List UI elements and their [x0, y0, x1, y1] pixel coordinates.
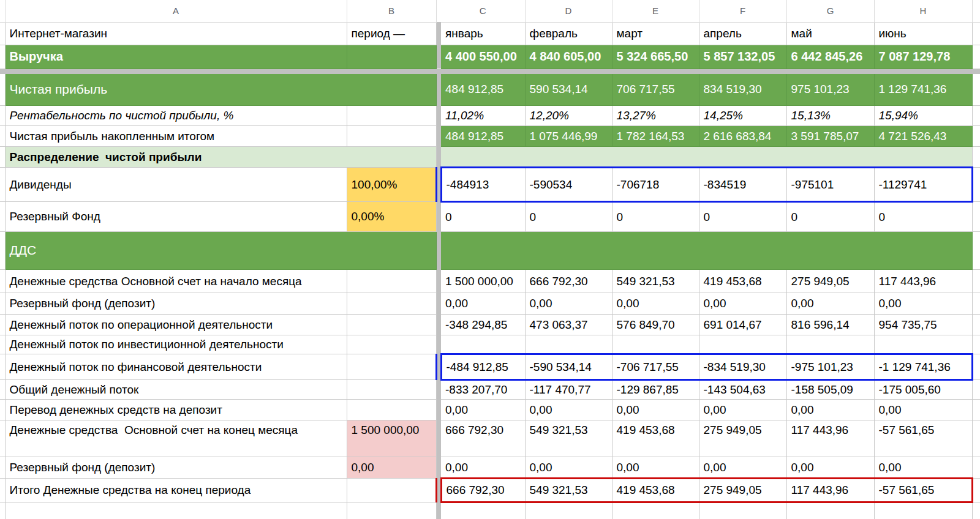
value-cell[interactable]: -1129741 [874, 168, 972, 202]
label-cell[interactable]: Денежные средства Основной счет на начал… [5, 270, 347, 293]
value-cell[interactable]: 419 453,68 [612, 479, 699, 502]
partial-cell[interactable] [972, 420, 980, 457]
value-cell[interactable]: 0,00 [786, 293, 874, 315]
value-cell[interactable]: 549 321,53 [612, 270, 699, 293]
empty-cell[interactable] [786, 502, 874, 519]
reserve-deposit-input-cell[interactable]: 0,00 [347, 457, 436, 479]
label-cell[interactable]: Денежный поток по инвестиционной деятель… [5, 335, 347, 354]
row-header-stub[interactable] [0, 293, 5, 315]
freeze-pane-vertical-divider[interactable] [436, 0, 441, 22]
value-cell[interactable]: 666 792,30 [525, 270, 612, 293]
value-cell[interactable]: 975 101,23 [786, 74, 874, 106]
value-cell[interactable]: -484 912,85 [441, 354, 525, 380]
value-cell[interactable]: -348 294,85 [441, 315, 525, 335]
label-cell[interactable]: Резервный фонд (депозит) [5, 293, 347, 315]
value-cell[interactable]: 549 321,53 [525, 420, 612, 457]
freeze-pane-vertical-divider[interactable] [436, 74, 441, 106]
b-cell[interactable] [347, 380, 436, 400]
reserve-share-input-cell[interactable]: 0,00% [347, 202, 436, 232]
label-cell[interactable]: Резервный Фонд [5, 202, 347, 232]
value-cell[interactable]: -834519 [699, 168, 786, 202]
value-cell[interactable]: 4 721 526,43 [874, 126, 972, 147]
value-cell[interactable]: 0,00 [525, 457, 612, 479]
partial-cell[interactable] [972, 74, 980, 106]
value-cell[interactable]: 0,00 [441, 293, 525, 315]
label-cell[interactable]: Чистая прибыль накопленным итогом [5, 126, 347, 147]
value-cell[interactable]: 13,27% [612, 106, 699, 126]
empty-cell[interactable] [5, 502, 347, 519]
value-cell[interactable]: 4 400 550,00 [441, 45, 525, 69]
value-cell[interactable]: 816 596,14 [786, 315, 874, 335]
value-cell[interactable]: 484 912,85 [441, 126, 525, 147]
column-header-partial[interactable] [972, 0, 980, 22]
value-cell[interactable]: 0,00 [441, 400, 525, 420]
value-cell[interactable]: 834 519,30 [699, 74, 786, 106]
value-cell[interactable]: -706718 [612, 168, 699, 202]
empty-cell[interactable] [699, 502, 786, 519]
month-cell[interactable]: февраль [525, 22, 612, 45]
row-header-stub[interactable] [0, 126, 5, 147]
b-cell[interactable] [347, 315, 436, 335]
value-cell[interactable]: 4 840 605,00 [525, 45, 612, 69]
value-cell[interactable]: 954 735,75 [874, 315, 972, 335]
value-cell[interactable]: 0,00 [699, 457, 786, 479]
label-cell[interactable]: Денежные средства Основной счет на конец… [5, 420, 347, 457]
partial-cell[interactable] [972, 168, 980, 202]
row-header-stub[interactable] [0, 74, 5, 106]
value-cell[interactable]: -833 207,70 [441, 380, 525, 400]
b-cell[interactable] [347, 270, 436, 293]
month-cell[interactable]: апрель [699, 22, 786, 45]
freeze-pane-horizontal-divider-bar[interactable] [0, 69, 980, 74]
value-cell[interactable]: 0 [874, 202, 972, 232]
empty-cell[interactable] [525, 502, 612, 519]
value-cell[interactable]: 7 087 129,78 [874, 45, 972, 69]
value-cell[interactable]: -975 101,23 [786, 354, 874, 380]
value-cell[interactable]: 15,13% [786, 106, 874, 126]
empty-cell[interactable] [612, 502, 699, 519]
value-cell[interactable]: 1 129 741,36 [874, 74, 972, 106]
value-cell[interactable]: 1 782 164,53 [612, 126, 699, 147]
value-cell[interactable]: 706 717,55 [612, 74, 699, 106]
value-cell[interactable]: -57 561,65 [874, 420, 972, 457]
value-cell[interactable]: -158 505,09 [786, 380, 874, 400]
partial-cell[interactable] [972, 202, 980, 232]
row-header-stub[interactable] [0, 168, 5, 202]
label-cell[interactable]: Интернет-магазин [5, 22, 347, 45]
label-cell[interactable]: Перевод денежных средств на депозит [5, 400, 347, 420]
value-cell[interactable]: 5 857 132,05 [699, 45, 786, 69]
b-cell[interactable] [347, 479, 436, 502]
value-cell[interactable]: 0,00 [525, 400, 612, 420]
freeze-pane-vertical-divider[interactable] [436, 147, 441, 168]
partial-cell[interactable] [972, 232, 980, 270]
row-header-stub[interactable] [0, 315, 5, 335]
value-cell[interactable]: 484 912,85 [441, 74, 525, 106]
row-header-stub[interactable] [0, 22, 5, 45]
freeze-pane-vertical-divider[interactable] [436, 45, 441, 69]
value-cell[interactable]: 0,00 [874, 293, 972, 315]
label-cell[interactable]: Выручка [5, 45, 347, 69]
freeze-pane-vertical-divider[interactable] [436, 168, 441, 202]
column-header-f[interactable]: F [699, 0, 786, 22]
value-cell[interactable]: 3 591 785,07 [786, 126, 874, 147]
row-header-stub[interactable] [0, 335, 5, 354]
value-cell[interactable]: 0,00 [441, 457, 525, 479]
row-header-stub[interactable] [0, 106, 5, 126]
cash-end-input-cell[interactable]: 1 500 000,00 [347, 420, 436, 457]
empty-cell[interactable] [874, 502, 972, 519]
column-header-e[interactable]: E [612, 0, 699, 22]
value-cell[interactable]: 0,00 [786, 400, 874, 420]
freeze-pane-vertical-divider[interactable] [436, 400, 441, 420]
partial-cell[interactable] [972, 315, 980, 335]
value-cell[interactable]: 117 443,96 [786, 479, 874, 502]
label-cell[interactable]: ДДС [5, 232, 436, 270]
value-cell[interactable]: 14,25% [699, 106, 786, 126]
b-cell[interactable] [347, 293, 436, 315]
b-cell[interactable] [347, 354, 436, 380]
value-cell[interactable] [441, 335, 525, 354]
label-cell[interactable]: Общий денежный поток [5, 380, 347, 400]
value-cell[interactable]: -706 717,55 [612, 354, 699, 380]
partial-cell[interactable] [972, 457, 980, 479]
value-cell[interactable]: 691 014,67 [699, 315, 786, 335]
b-cell[interactable] [347, 400, 436, 420]
month-cell[interactable]: январь [441, 22, 525, 45]
